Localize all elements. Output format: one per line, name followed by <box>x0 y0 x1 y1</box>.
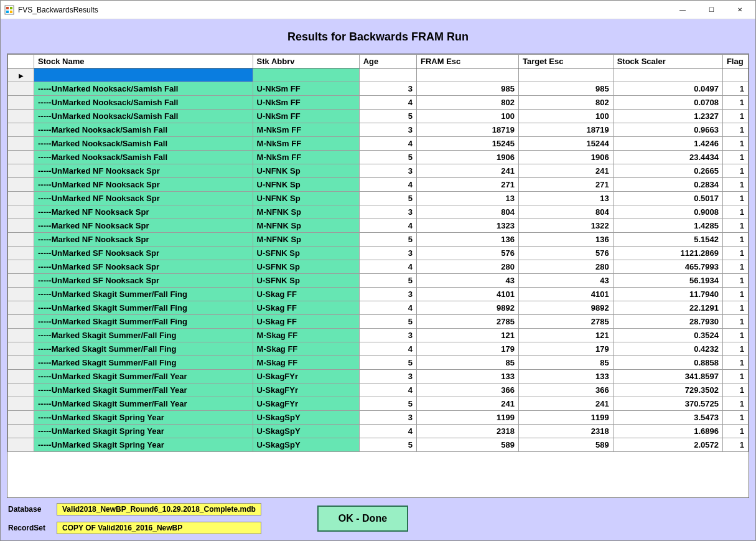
cell-stk-abbrv[interactable]: U-Skag FF <box>253 315 359 329</box>
cell-stk-abbrv[interactable]: M-NFNK Sp <box>253 205 359 219</box>
cell-stk-abbrv[interactable]: U-SkagFYr <box>253 397 359 411</box>
cell-stock-name[interactable]: -----UnMarked NF Nooksack Spr <box>34 178 253 192</box>
cell-fram-esc[interactable]: 802 <box>416 96 518 110</box>
cell-age[interactable]: 3 <box>359 411 416 425</box>
cell-stock-name[interactable]: -----Marked NF Nooksack Spr <box>34 205 253 219</box>
cell-flag[interactable]: 1 <box>722 151 748 164</box>
cell-stock-name[interactable]: -----UnMarked SF Nooksack Spr <box>34 260 253 274</box>
cell-flag[interactable]: 1 <box>722 397 748 411</box>
cell-fram-esc[interactable]: 18719 <box>416 123 518 137</box>
cell-stock-scaler[interactable]: 370.5725 <box>613 397 722 411</box>
cell-stk-abbrv[interactable]: M-Skag FF <box>253 342 359 356</box>
cell-target-esc[interactable]: 133 <box>518 370 613 383</box>
cell-stk-abbrv[interactable]: U-SkagSpY <box>253 438 359 452</box>
col-stk-abbrv[interactable]: Stk Abbrv <box>253 55 359 68</box>
cell-fram-esc[interactable]: 9892 <box>416 301 518 315</box>
cell-age[interactable]: 3 <box>359 370 416 383</box>
cell-stock-name[interactable]: -----Marked Skagit Summer/Fall Fing <box>34 342 253 356</box>
cell-stk-abbrv[interactable] <box>253 68 359 82</box>
row-header[interactable] <box>8 425 34 438</box>
cell-stock-name[interactable]: -----Marked Skagit Summer/Fall Fing <box>34 329 253 342</box>
cell-stock-name[interactable]: -----Marked Skagit Summer/Fall Fing <box>34 356 253 370</box>
cell-stock-scaler[interactable]: 729.3502 <box>613 383 722 397</box>
cell-flag[interactable]: 1 <box>722 301 748 315</box>
cell-fram-esc[interactable]: 2318 <box>416 425 518 438</box>
cell-flag[interactable]: 1 <box>722 164 748 178</box>
cell-stock-name[interactable]: -----UnMarked Skagit Summer/Fall Fing <box>34 288 253 301</box>
cell-fram-esc[interactable]: 2785 <box>416 315 518 329</box>
row-header[interactable] <box>8 315 34 329</box>
table-row[interactable]: -----UnMarked SF Nooksack SprU-SFNK Sp42… <box>8 260 749 274</box>
cell-stock-scaler[interactable]: 0.8858 <box>613 356 722 370</box>
cell-stock-name[interactable]: -----Marked Nooksack/Samish Fall <box>34 137 253 151</box>
row-header[interactable] <box>8 342 34 356</box>
col-stock-name[interactable]: Stock Name <box>34 55 253 68</box>
cell-stock-name[interactable]: -----UnMarked Nooksack/Samish Fall <box>34 82 253 96</box>
cell-target-esc[interactable]: 43 <box>518 274 613 288</box>
cell-stock-scaler[interactable] <box>613 68 722 82</box>
cell-stk-abbrv[interactable]: U-SkagFYr <box>253 370 359 383</box>
cell-flag[interactable]: 1 <box>722 247 748 260</box>
cell-age[interactable]: 5 <box>359 233 416 247</box>
cell-fram-esc[interactable]: 985 <box>416 82 518 96</box>
cell-flag[interactable]: 1 <box>722 425 748 438</box>
cell-target-esc[interactable]: 241 <box>518 397 613 411</box>
cell-stk-abbrv[interactable]: M-NkSm FF <box>253 137 359 151</box>
cell-stk-abbrv[interactable]: U-SFNK Sp <box>253 247 359 260</box>
cell-fram-esc[interactable]: 121 <box>416 329 518 342</box>
cell-stock-name[interactable]: -----UnMarked SF Nooksack Spr <box>34 274 253 288</box>
cell-age[interactable]: 3 <box>359 164 416 178</box>
cell-target-esc[interactable]: 985 <box>518 82 613 96</box>
row-header[interactable] <box>8 301 34 315</box>
cell-age[interactable]: 4 <box>359 219 416 233</box>
cell-flag[interactable]: 1 <box>722 137 748 151</box>
cell-stock-scaler[interactable]: 0.0497 <box>613 82 722 96</box>
cell-stk-abbrv[interactable]: M-NFNK Sp <box>253 219 359 233</box>
cell-stk-abbrv[interactable]: U-NFNK Sp <box>253 164 359 178</box>
cell-flag[interactable]: 1 <box>722 356 748 370</box>
cell-fram-esc[interactable]: 4101 <box>416 288 518 301</box>
cell-stock-name[interactable] <box>34 68 253 82</box>
cell-age[interactable]: 4 <box>359 301 416 315</box>
row-header[interactable] <box>8 288 34 301</box>
cell-flag[interactable]: 1 <box>722 438 748 452</box>
cell-target-esc[interactable]: 1906 <box>518 151 613 164</box>
cell-flag[interactable]: 1 <box>722 178 748 192</box>
cell-fram-esc[interactable]: 179 <box>416 342 518 356</box>
table-row[interactable]: -----Marked Nooksack/Samish FallM-NkSm F… <box>8 137 749 151</box>
cell-age[interactable]: 5 <box>359 438 416 452</box>
cell-target-esc[interactable]: 2318 <box>518 425 613 438</box>
cell-age[interactable]: 5 <box>359 315 416 329</box>
cell-stk-abbrv[interactable]: U-SkagSpY <box>253 425 359 438</box>
row-header[interactable] <box>8 383 34 397</box>
cell-stock-scaler[interactable]: 56.1934 <box>613 274 722 288</box>
cell-stk-abbrv[interactable]: U-NFNK Sp <box>253 192 359 205</box>
table-row[interactable]: -----Marked NF Nooksack SprM-NFNK Sp5136… <box>8 233 749 247</box>
row-header[interactable] <box>8 370 34 383</box>
cell-stock-scaler[interactable]: 2.0572 <box>613 438 722 452</box>
table-row[interactable]: -----UnMarked Skagit Summer/Fall FingU-S… <box>8 301 749 315</box>
results-grid[interactable]: Stock Name Stk Abbrv Age FRAM Esc Target… <box>7 54 749 452</box>
cell-stock-name[interactable]: -----UnMarked Skagit Summer/Fall Fing <box>34 301 253 315</box>
cell-flag[interactable]: 1 <box>722 288 748 301</box>
row-header[interactable] <box>8 123 34 137</box>
cell-stk-abbrv[interactable]: U-Skag FF <box>253 288 359 301</box>
cell-stock-scaler[interactable]: 1.6896 <box>613 425 722 438</box>
cell-fram-esc[interactable]: 100 <box>416 110 518 123</box>
cell-age[interactable]: 4 <box>359 383 416 397</box>
cell-age[interactable]: 3 <box>359 288 416 301</box>
table-row[interactable]: -----UnMarked Nooksack/Samish FallU-NkSm… <box>8 82 749 96</box>
cell-flag[interactable]: 1 <box>722 96 748 110</box>
table-row[interactable]: -----UnMarked Skagit Summer/Fall FingU-S… <box>8 288 749 301</box>
cell-target-esc[interactable]: 589 <box>518 438 613 452</box>
cell-stk-abbrv[interactable]: U-NFNK Sp <box>253 178 359 192</box>
table-row[interactable]: -----Marked Skagit Summer/Fall FingM-Ska… <box>8 356 749 370</box>
cell-stk-abbrv[interactable]: M-NkSm FF <box>253 151 359 164</box>
table-row[interactable]: -----UnMarked Nooksack/Samish FallU-NkSm… <box>8 96 749 110</box>
cell-target-esc[interactable]: 1199 <box>518 411 613 425</box>
cell-stk-abbrv[interactable]: U-SFNK Sp <box>253 260 359 274</box>
cell-age[interactable]: 3 <box>359 247 416 260</box>
row-header[interactable] <box>8 260 34 274</box>
cell-target-esc[interactable]: 241 <box>518 164 613 178</box>
cell-target-esc[interactable]: 85 <box>518 356 613 370</box>
